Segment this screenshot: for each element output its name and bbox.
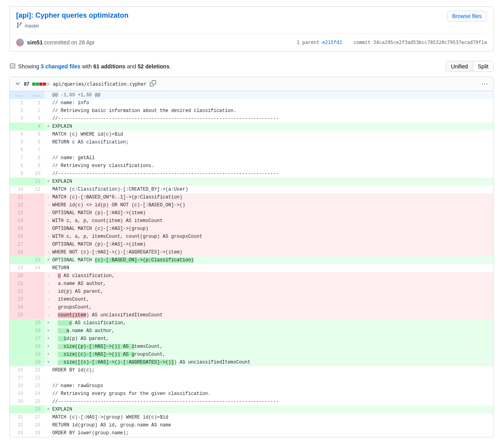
with-label: with: [82, 63, 92, 70]
commit-date: on 28 Apr: [71, 39, 95, 46]
diff-row: 3329 ORDER BY lower(group.name);: [10, 429, 493, 437]
file-diff: 87 api/queries/classification.cypher ···…: [9, 77, 494, 437]
commit-sha: 34ca295ce2f3ad53bcc785320c79537ecad79f1a: [373, 40, 487, 45]
unified-button[interactable]: Unified: [446, 61, 473, 72]
diff-row: 45 MATCH (c) WHERE id(c)=$id: [10, 130, 493, 138]
diff-row: 11+EXPLAIN: [10, 178, 493, 185]
diff-icon: [9, 63, 16, 70]
diff-row: 25- count(item) AS unclassifiedItemsCoun…: [10, 311, 493, 319]
committed-label: committed: [44, 39, 70, 46]
copy-path-icon[interactable]: [150, 80, 156, 88]
diff-row: 78 // name: getAll: [10, 154, 493, 162]
diff-row: 2924 // Retrieving every groups for the …: [10, 390, 493, 398]
branch-name: master: [25, 23, 39, 29]
hunk-header: ...... @@ -1,69 +1,68 @@: [10, 91, 493, 99]
diff-row: 2621 ORDER BY id(c);: [10, 366, 493, 374]
diff-row: 15+ c AS classification,: [10, 319, 493, 327]
view-toggle: Unified Split: [446, 61, 494, 72]
and-label: and: [127, 63, 136, 70]
diff-row: 2823 // name: rawGroups: [10, 382, 493, 390]
diff-row: 26+EXPLAIN: [10, 406, 493, 413]
period: .: [169, 63, 171, 70]
branch-icon: [16, 22, 22, 29]
diff-row: 56 RETURN c AS classification;: [10, 138, 493, 146]
commit-label: commit: [353, 40, 370, 45]
additions-count: 61 additions: [93, 63, 125, 70]
diff-stat-blocks: [32, 83, 50, 86]
hunk-text: @@ -1,69 +1,68 @@: [52, 91, 493, 99]
diff-row: 16-WITH c, a, p, itemsCount, count(group…: [10, 233, 493, 241]
diff-row: 18+ size((p)-[:HAS]->()) AS itemsCount,: [10, 343, 493, 351]
browse-files-button[interactable]: Browse files: [447, 11, 487, 22]
diff-row: 13-OPTIONAL MATCH (p)-[:HAS]->(item): [10, 209, 493, 217]
diff-row: 14-WITH c, a, p, count(item) AS itemsCou…: [10, 217, 493, 225]
diff-row: 17+ id(p) AS parent,: [10, 335, 493, 343]
diff-row: 3228 RETURN id(group) AS id, group.name …: [10, 421, 493, 429]
changed-files-link[interactable]: 3 changed files: [41, 63, 81, 70]
author-name[interactable]: sim51: [27, 39, 43, 46]
diff-row: 11-MATCH (c)-[:BASED_ON*0..1]->(p:Classi…: [10, 193, 493, 201]
diff-row: 33 //-----------------------------------…: [10, 115, 493, 123]
collapse-toggle[interactable]: [15, 80, 21, 88]
diff-row: 18-WHERE NOT (c)-[:HAS]->()-[:AGGREGATES…: [10, 248, 493, 256]
diff-row: 24- groupsCount,: [10, 303, 493, 311]
file-change-count: 87: [24, 81, 29, 87]
diff-row: 910 //----------------------------------…: [10, 170, 493, 178]
diff-row: 16+ a.name AS author,: [10, 327, 493, 335]
parent-label: 1 parent: [297, 40, 319, 45]
diff-row: 15-OPTIONAL MATCH (c)-[:HAS]->(group): [10, 225, 493, 233]
showing-label: Showing: [18, 63, 39, 70]
diff-row: 21- a.name AS author,: [10, 280, 493, 288]
file-actions-menu[interactable]: ···: [481, 81, 488, 87]
diff-row: 22 // Retrieving basic information about…: [10, 107, 493, 115]
split-button[interactable]: Split: [473, 61, 493, 72]
diff-row: 3025 //---------------------------------…: [10, 398, 493, 406]
author-avatar[interactable]: [16, 39, 24, 46]
diff-row: 1914 RETURN: [10, 264, 493, 272]
diff-row: 3127 MATCH (c)-[:HAS]->(group) WHERE id(…: [10, 413, 493, 421]
diff-row: 19+ size((c)-[:HAS]->()) AS groupsCount,: [10, 351, 493, 358]
diff-row: 22- id(p) AS parent,: [10, 288, 493, 296]
diff-row: 1012 MATCH (c:Classification)-[:CREATED_…: [10, 185, 493, 193]
diff-row: 4+EXPLAIN: [10, 123, 493, 130]
diff-row: 2722: [10, 374, 493, 382]
commit-title: [api]: Cypher queries optimizaton: [16, 11, 487, 20]
diff-row: 12-WHERE id(c) <> id(p) OR NOT (c)-[:BAS…: [10, 201, 493, 209]
parent-sha-link[interactable]: e215fd2: [322, 40, 342, 45]
diff-row: 20+ size([(c)-[:HAS]->()-[:AGGREGATES]->…: [10, 358, 493, 366]
diff-row: 11 // name: info: [10, 99, 493, 107]
diff-row: 20- c AS classification,: [10, 272, 493, 280]
diff-table: ...... @@ -1,69 +1,68 @@ 11 // name: inf…: [10, 91, 493, 437]
diff-row: 89 // Retrieving every classifications.: [10, 162, 493, 170]
commit-header: Browse files [api]: Cypher queries optim…: [9, 6, 494, 51]
deletions-count: 52 deletions: [138, 63, 169, 70]
file-path: api/queries/classification.cypher: [53, 81, 146, 87]
diff-row: 17-OPTIONAL MATCH (p)-[:HAS]->(item): [10, 241, 493, 248]
diff-row: 23- itemsCount,: [10, 296, 493, 303]
diff-row: 13+OPTIONAL MATCH (c)-[:BASED_ON]->(p:Cl…: [10, 256, 493, 264]
diff-row: 67: [10, 146, 493, 154]
